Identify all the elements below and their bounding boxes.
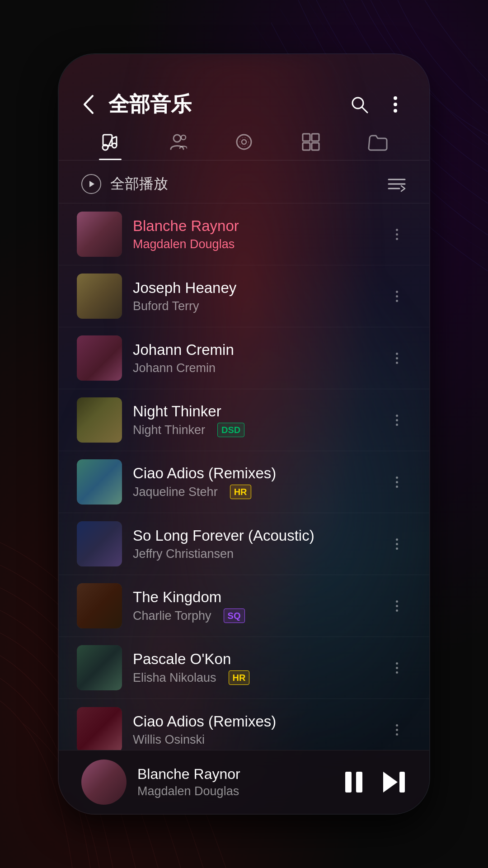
quality-badge: SQ: [224, 609, 245, 623]
song-more-button[interactable]: [387, 410, 407, 430]
pause-button[interactable]: [343, 770, 365, 794]
play-all-circle[interactable]: [81, 174, 101, 194]
song-title: Joseph Heaney: [133, 279, 376, 297]
quality-badge: DSD: [217, 423, 244, 437]
song-info: So Long Forever (Acoustic) Jeffry Christ…: [133, 527, 376, 561]
search-button[interactable]: [348, 93, 371, 116]
song-item-2[interactable]: Joseph Heaney Buford Terry: [59, 265, 429, 327]
svg-point-14: [242, 140, 246, 144]
now-playing-title: Blanche Raynor: [137, 766, 332, 783]
tab-folders[interactable]: [355, 132, 400, 160]
play-all-left[interactable]: 全部播放: [81, 174, 168, 194]
song-list: Blanche Raynor Magdalen Douglas Joseph H…: [59, 203, 429, 750]
song-title: So Long Forever (Acoustic): [133, 527, 376, 544]
song-title: Night Thinker: [133, 403, 376, 420]
song-item-4[interactable]: Night Thinker Night Thinker DSD: [59, 389, 429, 451]
tab-songs[interactable]: [88, 132, 133, 160]
tab-playlists[interactable]: [288, 132, 333, 160]
song-more-button[interactable]: [387, 472, 407, 492]
song-artist: Jaqueline Stehr HR: [133, 485, 376, 499]
svg-rect-24: [345, 772, 352, 793]
song-artist: Night Thinker DSD: [133, 423, 376, 437]
play-all-bar: 全部播放: [59, 165, 429, 203]
song-title: Ciao Adios (Remixes): [133, 713, 376, 730]
song-thumb-art: [77, 645, 122, 690]
svg-point-12: [181, 135, 186, 140]
page-title: 全部音乐: [108, 90, 192, 118]
song-thumb-art: [77, 274, 122, 319]
tab-artists[interactable]: [155, 132, 200, 160]
song-thumbnail: [77, 459, 122, 505]
song-more-button[interactable]: [387, 534, 407, 554]
svg-point-4: [394, 109, 397, 113]
svg-line-1: [362, 107, 367, 113]
song-title: Blanche Raynor: [133, 217, 376, 235]
svg-point-11: [174, 135, 181, 142]
svg-point-3: [394, 103, 397, 106]
song-artist: Charlie Torphy SQ: [133, 609, 376, 623]
play-all-text[interactable]: 全部播放: [110, 174, 168, 194]
song-info: Pascale O'Kon Elisha Nikolaus HR: [133, 651, 376, 685]
song-more-button[interactable]: [387, 224, 407, 244]
song-info: The Kingdom Charlie Torphy SQ: [133, 589, 376, 623]
song-title: Ciao Adios (Remixes): [133, 465, 376, 482]
song-item-8[interactable]: Pascale O'Kon Elisha Nikolaus HR: [59, 637, 429, 699]
top-bar-icons: [348, 93, 407, 116]
svg-rect-17: [312, 134, 319, 141]
song-item-5[interactable]: Ciao Adios (Remixes) Jaqueline Stehr HR: [59, 451, 429, 513]
song-thumb-art: [77, 707, 122, 750]
back-button[interactable]: [77, 93, 99, 116]
song-more-button[interactable]: [387, 286, 407, 306]
now-playing-bar[interactable]: Blanche Raynor Magdalen Douglas: [59, 750, 429, 814]
song-thumb-art: [77, 459, 122, 505]
phone-frame: 全部音乐: [59, 54, 429, 814]
svg-point-13: [237, 135, 251, 149]
filter-icon[interactable]: [387, 176, 407, 192]
song-thumb-art: [77, 521, 122, 566]
song-thumbnail: [77, 521, 122, 566]
song-title: Johann Cremin: [133, 341, 376, 359]
song-thumbnail: [77, 707, 122, 750]
song-thumbnail: [77, 274, 122, 319]
top-bar: 全部音乐: [59, 81, 429, 127]
song-thumbnail: [77, 645, 122, 690]
svg-rect-18: [303, 143, 310, 150]
song-info: Night Thinker Night Thinker DSD: [133, 403, 376, 437]
song-more-button[interactable]: [387, 596, 407, 616]
song-thumbnail: [77, 583, 122, 628]
song-thumb-art: [77, 212, 122, 257]
now-playing-controls: [343, 770, 407, 794]
song-title: Pascale O'Kon: [133, 651, 376, 668]
song-item-6[interactable]: So Long Forever (Acoustic) Jeffry Christ…: [59, 513, 429, 575]
more-options-button[interactable]: [384, 93, 407, 116]
tab-albums[interactable]: [221, 132, 267, 160]
song-more-button[interactable]: [387, 720, 407, 740]
svg-rect-16: [303, 134, 310, 141]
song-info: Joseph Heaney Buford Terry: [133, 279, 376, 313]
song-artist: Buford Terry: [133, 299, 376, 313]
quality-badge: HR: [230, 485, 251, 499]
next-button[interactable]: [381, 770, 407, 794]
svg-rect-19: [312, 143, 319, 150]
svg-rect-25: [356, 772, 362, 793]
song-item-3[interactable]: Johann Cremin Johann Cremin: [59, 327, 429, 389]
now-playing-info: Blanche Raynor Magdalen Douglas: [137, 766, 332, 798]
svg-point-2: [394, 96, 397, 100]
song-artist: Jeffry Christiansen: [133, 547, 376, 561]
song-more-button[interactable]: [387, 658, 407, 678]
song-item-7[interactable]: The Kingdom Charlie Torphy SQ: [59, 575, 429, 637]
song-artist: Johann Cremin: [133, 361, 376, 375]
song-item-9[interactable]: Ciao Adios (Remixes) Willis Osinski: [59, 699, 429, 750]
song-artist: Magdalen Douglas: [133, 237, 376, 251]
svg-rect-27: [399, 772, 405, 793]
svg-marker-26: [383, 772, 398, 793]
song-artist: Willis Osinski: [133, 733, 376, 747]
song-title: The Kingdom: [133, 589, 376, 606]
song-thumbnail: [77, 335, 122, 381]
status-bar: [59, 54, 429, 81]
svg-marker-20: [89, 181, 94, 187]
svg-point-15: [239, 137, 249, 146]
song-thumb-art: [77, 397, 122, 443]
song-item-1[interactable]: Blanche Raynor Magdalen Douglas: [59, 203, 429, 265]
song-more-button[interactable]: [387, 348, 407, 368]
